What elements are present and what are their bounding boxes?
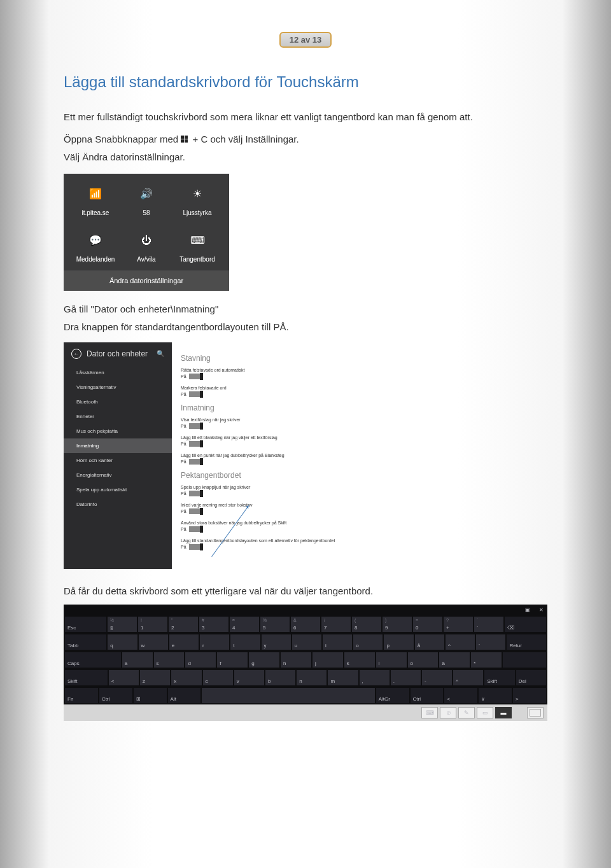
key[interactable]: ?+ (444, 617, 473, 632)
back-icon[interactable]: ← (71, 349, 81, 359)
charm-ljusstyrka[interactable]: ☀Ljusstyrka (175, 185, 220, 216)
key[interactable]: k (344, 652, 375, 668)
key[interactable]: AltGr (376, 688, 409, 703)
key[interactable]: "2 (169, 617, 198, 632)
key[interactable]: !1 (138, 617, 167, 632)
charm-av-vila[interactable]: ⏻Av/vila (124, 232, 169, 263)
layout-compact-icon[interactable]: ▭ (477, 707, 493, 718)
toggle-switch[interactable]: På (181, 508, 203, 514)
sidebar-item-bluetooth[interactable]: Bluetooth (64, 395, 172, 409)
key[interactable]: h (281, 652, 311, 668)
key[interactable]: Caps (65, 652, 121, 668)
sidebar-item-visningsalternativ[interactable]: Visningsalternativ (64, 380, 172, 395)
layout-split-icon[interactable]: ⎚ (440, 707, 456, 718)
key[interactable]: `´ (474, 617, 503, 632)
key[interactable]: e (169, 634, 199, 650)
sidebar-item-energialternativ[interactable]: Energialternativ (64, 468, 172, 482)
sidebar-item-enheter[interactable]: Enheter (64, 409, 172, 424)
key[interactable]: d (185, 652, 216, 668)
key[interactable]: o (353, 634, 383, 650)
toggle-switch[interactable]: På (181, 459, 203, 465)
key[interactable]: f (217, 652, 248, 668)
key[interactable]: r (200, 634, 229, 650)
keyboard-toggle-icon[interactable] (527, 707, 544, 718)
charms-footer-link[interactable]: Ändra datorinställningar (64, 270, 229, 291)
key[interactable]: %5 (260, 617, 290, 632)
key[interactable]: j (313, 652, 343, 668)
key[interactable]: w (139, 634, 168, 650)
layout-handwrite-icon[interactable]: ✎ (458, 707, 475, 718)
key[interactable]: * (471, 652, 502, 668)
sidebar-item-datorinfo[interactable]: Datorinfo (64, 497, 172, 512)
key[interactable]: q (108, 634, 137, 650)
layout-standard-icon[interactable]: ⌨ (421, 707, 438, 718)
sidebar-item-h-rn-och-kanter[interactable]: Hörn och kanter (64, 453, 172, 468)
key[interactable]: Tabb (65, 634, 106, 650)
charm-it-pitea-se[interactable]: 📶it.pitea.se (73, 185, 118, 216)
key[interactable]: v (234, 670, 264, 685)
key[interactable]: l (376, 652, 407, 668)
key[interactable]: &6 (291, 617, 320, 632)
key[interactable]: Ctrl (411, 688, 444, 703)
key[interactable]: . (391, 670, 421, 685)
key[interactable]: Skift (65, 670, 108, 685)
key[interactable]: ^ (446, 634, 475, 650)
key[interactable]: s (154, 652, 185, 668)
key[interactable]: ½§ (108, 617, 137, 632)
search-icon[interactable]: 🔍 (157, 350, 164, 357)
key[interactable]: ä (439, 652, 470, 668)
key[interactable]: (8 (352, 617, 381, 632)
toggle-switch[interactable]: På (181, 391, 203, 397)
key[interactable]: - (422, 670, 452, 685)
key[interactable]: y (262, 634, 291, 650)
charm-tangentbord[interactable]: ⌨Tangentbord (175, 232, 220, 263)
key[interactable]: #3 (199, 617, 228, 632)
key[interactable]: n (297, 670, 327, 685)
key[interactable]: å (415, 634, 444, 650)
key[interactable]: > (513, 688, 546, 703)
key[interactable]: m (328, 670, 358, 685)
sidebar-item-spela-upp-automatiskt[interactable]: Spela upp automatiskt (64, 482, 172, 497)
toggle-switch[interactable]: På (181, 441, 203, 447)
key[interactable]: , (360, 670, 390, 685)
toggle-switch[interactable]: På (181, 374, 203, 379)
key[interactable]: g (249, 652, 279, 668)
toggle-switch[interactable]: På (181, 491, 203, 496)
toggle-switch[interactable]: På (181, 423, 203, 429)
key[interactable]: Ctrl (99, 688, 132, 703)
key[interactable] (503, 652, 546, 668)
sidebar-item-mus-och-pekplatta[interactable]: Mus och pekplatta (64, 424, 172, 438)
key[interactable]: p (384, 634, 413, 650)
key[interactable]: Alt (168, 688, 201, 703)
key[interactable]: Skift (484, 670, 514, 685)
sidebar-item-inmatning[interactable]: Inmatning (64, 438, 172, 453)
key[interactable]: i (323, 634, 352, 650)
close-icon[interactable]: ✕ (539, 607, 544, 613)
key[interactable]: z (140, 670, 170, 685)
key[interactable]: x (171, 670, 201, 685)
key[interactable]: c (203, 670, 233, 685)
key[interactable]: Del (516, 670, 546, 685)
key[interactable]: < (444, 688, 477, 703)
key[interactable]: Esc (65, 617, 106, 632)
key[interactable]: b (265, 670, 295, 685)
key[interactable]: < (109, 670, 139, 685)
key[interactable]: a (122, 652, 153, 668)
key[interactable]: ö (408, 652, 439, 668)
key[interactable]: ∨ (479, 688, 512, 703)
charm-58[interactable]: 🔊58 (124, 185, 169, 216)
key[interactable] (202, 688, 374, 703)
key[interactable]: Retur (507, 634, 546, 650)
key[interactable]: t (230, 634, 260, 650)
key[interactable]: ^ (453, 670, 483, 685)
key[interactable]: ⊞ (134, 688, 167, 703)
key[interactable]: ⌫ (505, 617, 546, 632)
toggle-switch[interactable]: På (181, 544, 203, 550)
key[interactable]: )9 (383, 617, 412, 632)
key[interactable]: =0 (413, 617, 442, 632)
sidebar-item-l-ssk-rmen[interactable]: Låsskärmen (64, 365, 172, 380)
undock-icon[interactable]: ▣ (525, 607, 530, 613)
key[interactable]: /7 (321, 617, 351, 632)
key[interactable]: ' (476, 634, 505, 650)
charm-meddelanden[interactable]: 💬Meddelanden (73, 232, 118, 263)
